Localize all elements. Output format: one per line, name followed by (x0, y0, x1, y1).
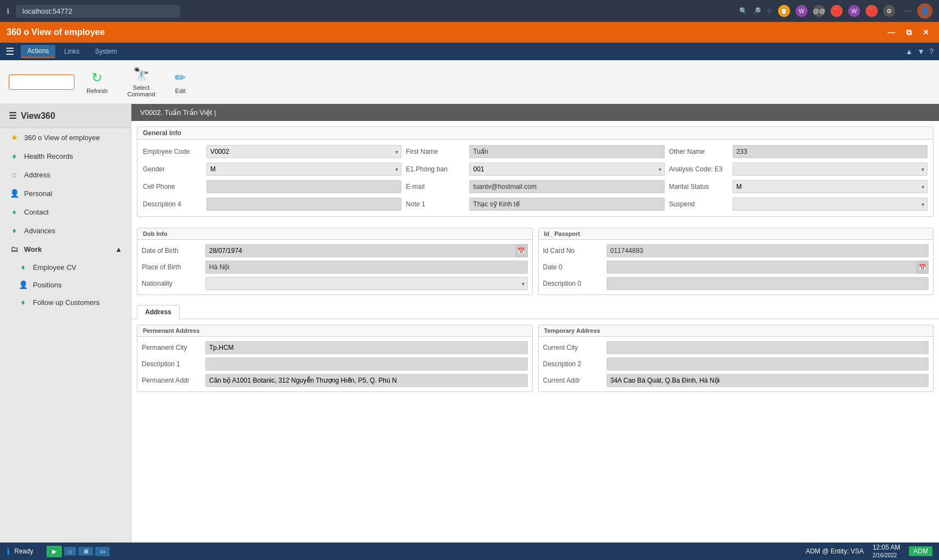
first-name-input[interactable] (469, 145, 664, 158)
sidebar-sub-employee-cv[interactable]: ♦ Employee CV (0, 258, 131, 276)
sidebar-item-label: Health Records (24, 152, 73, 160)
place-of-birth-row: Place of Birth (142, 261, 528, 274)
marital-status-label: Marital Status (669, 183, 729, 190)
gender-label: Gender (143, 165, 203, 173)
sidebar-sub-label: Employee CV (33, 263, 76, 272)
cell-phone-row: Cell Phone (143, 180, 401, 193)
general-info-section: General Info Employee Code V0002 First N… (137, 126, 934, 217)
browser-star-icon[interactable]: ☆ (767, 7, 773, 15)
sidebar-item-personal[interactable]: 👤 Personal (0, 184, 131, 203)
dob-id-sections: Dob Info Date of Birth 📅 Place of Birth (131, 222, 939, 301)
app-title: 360 o View of employee (7, 27, 105, 37)
user-avatar: 👤 (917, 3, 932, 19)
refresh-button[interactable]: ↻ Refresh (79, 67, 116, 97)
sidebar-section-work[interactable]: 🗂 Work ▲ (0, 240, 131, 258)
edit-icon: ✏ (175, 70, 186, 85)
menu-tab-links[interactable]: Links (57, 45, 86, 57)
description1-input[interactable] (205, 357, 528, 371)
dob-calendar-button[interactable]: 📅 (516, 244, 528, 257)
sidebar-item-contact[interactable]: ♦ Contact (0, 203, 131, 221)
id-card-no-input[interactable] (607, 244, 929, 257)
sidebar-item-address[interactable]: ⌂ Address (0, 165, 131, 184)
sidebar-sub-follow-up-customers[interactable]: ♦ Follow up Customers (0, 293, 131, 311)
toolbar-search-input[interactable] (9, 74, 74, 90)
permanent-addr-row: Permanent Addr (142, 374, 528, 387)
marital-status-select[interactable]: M (733, 180, 928, 193)
close-button[interactable]: ✕ (919, 27, 932, 38)
employee-code-select-wrapper: V0002 (206, 145, 401, 158)
edit-button[interactable]: ✏ Edit (167, 67, 193, 97)
employee-code-select[interactable]: V0002 (206, 145, 401, 158)
employee-code-row: Employee Code V0002 (143, 145, 401, 158)
place-of-birth-input[interactable] (205, 261, 528, 274)
refresh-label: Refresh (87, 88, 108, 94)
status-text: Ready (14, 547, 33, 555)
description4-input[interactable] (206, 198, 401, 211)
menu-tab-actions[interactable]: Actions (21, 45, 55, 58)
gender-select[interactable]: M (206, 163, 401, 176)
permanent-city-input[interactable] (205, 341, 528, 354)
date0-input[interactable] (607, 261, 917, 274)
work-icon: 🗂 (9, 245, 20, 253)
taskbar-window-button[interactable]: ▭ (95, 547, 110, 556)
other-name-input[interactable] (733, 145, 928, 158)
help-icon[interactable]: ? (929, 47, 934, 56)
description4-row: Description 4 (143, 198, 401, 211)
e1-phongban-select[interactable]: 001 (469, 163, 664, 176)
browser-ext4: 🛑 (831, 5, 843, 17)
sidebar-sub-positions[interactable]: 👤 Positions (0, 276, 131, 293)
id-card-no-row: Id Card No (543, 244, 929, 257)
browser-bar: ℹ localhost:54772 🔍 🔎 ☆ 📋 W @@ 🛑 W 🛑 ⚙ ⋯… (0, 0, 939, 22)
description2-input[interactable] (607, 357, 929, 371)
browser-zoom-icon[interactable]: 🔎 (753, 7, 761, 15)
taskbar-home-button[interactable]: ⌂ (64, 547, 77, 556)
permanent-addr-input[interactable] (205, 374, 528, 387)
current-addr-label: Current Addr (543, 377, 603, 384)
tab-address[interactable]: Address (137, 305, 180, 319)
other-name-label: Other Name (669, 148, 729, 155)
date0-calendar-button[interactable]: 📅 (917, 261, 929, 274)
browser-ext5: W (848, 5, 860, 17)
suspend-select[interactable] (733, 198, 928, 211)
sidebar-item-label: Personal (24, 189, 52, 198)
sidebar-header: ☰ View360 (0, 104, 131, 128)
hamburger-icon[interactable]: ☰ (5, 45, 14, 57)
sidebar-item-advances[interactable]: ♦ Advances (0, 221, 131, 240)
email-input[interactable] (469, 180, 664, 193)
date0-row: Date 0 📅 (543, 261, 929, 274)
dob-input-wrapper: 📅 (205, 244, 528, 257)
nationality-select-wrapper (205, 277, 528, 290)
current-city-input[interactable] (607, 341, 929, 354)
menu-tab-system[interactable]: System (88, 45, 123, 57)
sidebar: ☰ View360 ★ 360 o View of employee ♦ Hea… (0, 104, 131, 542)
nav-up-icon[interactable]: ▲ (905, 47, 913, 56)
dob-label: Date of Birth (142, 247, 202, 255)
browser-search-icon[interactable]: 🔍 (739, 7, 747, 15)
restore-button[interactable]: ⧉ (903, 27, 915, 38)
nationality-select[interactable] (205, 277, 528, 290)
nav-down-icon[interactable]: ▼ (917, 47, 925, 56)
note1-input[interactable] (469, 198, 664, 211)
other-name-row: Other Name (669, 145, 928, 158)
description0-input[interactable] (607, 277, 929, 290)
analysis-code-select-wrapper (733, 163, 928, 176)
description0-row: Description 0 (543, 277, 929, 290)
cell-phone-input[interactable] (206, 180, 401, 193)
browser-url[interactable]: localhost:54772 (16, 5, 180, 18)
analysis-code-select[interactable] (733, 163, 928, 176)
taskbar-monitor-button[interactable]: 🖥 (78, 547, 93, 556)
cv-diamond-icon: ♦ (18, 263, 28, 272)
first-name-row: First Name (406, 145, 664, 158)
permanent-city-row: Permanent City (142, 341, 528, 354)
gender-select-wrapper: M (206, 163, 401, 176)
current-addr-input[interactable] (607, 374, 929, 387)
minimize-button[interactable]: — (884, 27, 898, 38)
sidebar-item-health-records[interactable]: ♦ Health Records (0, 147, 131, 165)
taskbar-play-button[interactable]: ▶ (47, 546, 62, 557)
browser-more-icon[interactable]: ⋯ (905, 7, 912, 15)
sidebar-item-view360[interactable]: ★ 360 o View of employee (0, 128, 131, 147)
dob-input[interactable] (205, 244, 516, 257)
permanent-address-title: Permenant Address (137, 325, 532, 337)
chevron-up-icon: ▲ (115, 245, 122, 253)
select-command-button[interactable]: 🔭 SelectCommand (120, 63, 163, 101)
